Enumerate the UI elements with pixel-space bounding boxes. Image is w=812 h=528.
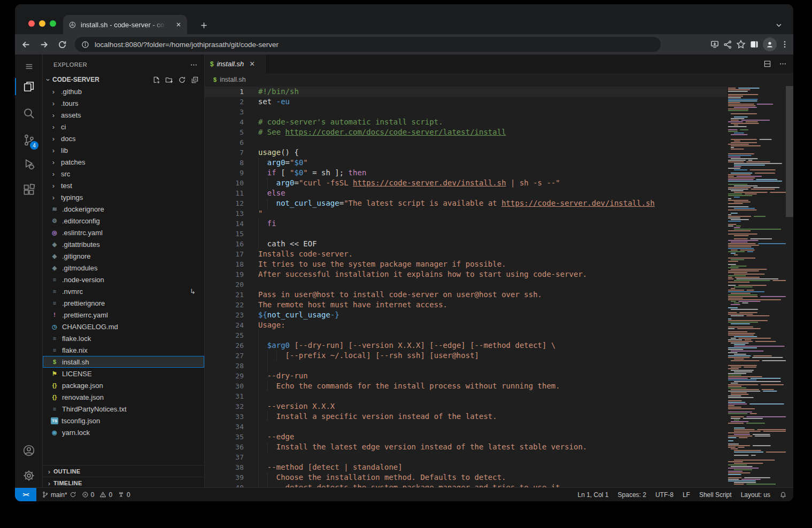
code-line-39[interactable]: 39 Choose the installation method. Defau… [205, 472, 727, 483]
tree-file-license[interactable]: ⚑LICENSE [43, 368, 204, 379]
source-control-view-icon[interactable]: 4 [15, 128, 43, 152]
editor-more-icon[interactable] [779, 60, 787, 68]
code-line-35[interactable]: 35 --edge [205, 432, 727, 442]
code-line-2[interactable]: 2set -eu [205, 97, 727, 107]
back-button[interactable] [18, 37, 33, 52]
tree-file--eslintrc-yaml[interactable]: ◎.eslintrc.yaml [43, 227, 204, 238]
code-line-20[interactable]: 20 [205, 279, 727, 290]
code-line-8[interactable]: 8 arg0="$0" [205, 158, 727, 168]
tree-file-changelog-md[interactable]: ◷CHANGELOG.md [43, 321, 204, 332]
editor-tab-install-sh[interactable]: $ install.sh ✕ [205, 55, 266, 73]
code-line-7[interactable]: 7usage() { [205, 147, 727, 158]
site-info-icon[interactable] [81, 41, 89, 49]
tree-folder--github[interactable]: ›.github [43, 86, 204, 97]
tree-file-thirdpartynotices-txt[interactable]: ≡ThirdPartyNotices.txt [43, 403, 204, 415]
tree-folder-test[interactable]: ›test [43, 180, 204, 191]
new-folder-icon[interactable] [165, 76, 173, 84]
code-line-22[interactable]: 22The remote host must have internet acc… [205, 300, 727, 310]
tree-file-flake-lock[interactable]: ≡flake.lock [43, 332, 204, 344]
encoding[interactable]: UTF-8 [655, 491, 674, 499]
code-line-3[interactable]: 3 [205, 107, 727, 117]
code-line-1[interactable]: 1#!/bin/sh [205, 87, 727, 97]
code-line-10[interactable]: 10 arg0="curl -fsSL https://code-server.… [205, 178, 727, 188]
tab-close-icon[interactable] [175, 21, 182, 28]
tree-file--gitmodules[interactable]: ◆.gitmodules [43, 262, 204, 274]
tree-file-yarn-lock[interactable]: ◉yarn.lock [43, 426, 204, 438]
maximize-window-button[interactable] [50, 20, 56, 27]
tree-folder-docs[interactable]: ›docs [43, 133, 204, 144]
code-line-14[interactable]: 14 fi [205, 219, 727, 229]
tree-folder-assets[interactable]: ›assets [43, 109, 204, 121]
tab-close-icon[interactable]: ✕ [249, 60, 255, 68]
code-line-5[interactable]: 5# See https://coder.com/docs/code-serve… [205, 127, 727, 137]
tree-folder-src[interactable]: ›src [43, 168, 204, 180]
tree-file--editorconfig[interactable]: ⚙.editorconfig [43, 215, 204, 227]
code-line-26[interactable]: 26 $arg0 [--dry-run] [--version X.X.X] [… [205, 340, 727, 351]
outline-section[interactable]: › OUTLINE [43, 465, 204, 477]
code-line-27[interactable]: 27 [--prefix ~/.local] [--rsh ssh] [user… [205, 351, 727, 361]
code-line-36[interactable]: 36 Install the latest edge version inste… [205, 442, 727, 452]
reload-button[interactable] [55, 37, 69, 52]
notifications-bell-icon[interactable] [779, 491, 787, 499]
collapse-all-icon[interactable] [191, 76, 199, 84]
run-debug-view-icon[interactable] [15, 152, 43, 176]
folder-section-header[interactable]: › CODE-SERVER [43, 74, 204, 86]
code-line-38[interactable]: 38 --method [detect | standalone] [205, 462, 727, 472]
code-line-4[interactable]: 4# code-server's automatic install scrip… [205, 117, 727, 127]
tree-file-flake-nix[interactable]: ≡flake.nix [43, 344, 204, 356]
tree-file-renovate-json[interactable]: {}renovate.json [43, 391, 204, 403]
new-tab-button[interactable] [197, 18, 211, 32]
tree-file-tsconfig-json[interactable]: TStsconfig.json [43, 415, 204, 426]
remote-indicator[interactable]: >< [15, 488, 36, 501]
tree-file-install-sh[interactable]: $install.sh [43, 356, 204, 368]
tree-file--nvmrc[interactable]: ≡.nvmrc↳ [43, 285, 204, 297]
code-line-13[interactable]: 13" [205, 208, 727, 219]
tree-folder-ci[interactable]: ›ci [43, 121, 204, 133]
tree-folder-lib[interactable]: ›lib [43, 144, 204, 156]
new-file-icon[interactable] [152, 76, 160, 84]
tree-file--prettierignore[interactable]: ≡.prettierignore [43, 297, 204, 309]
minimap[interactable] [727, 87, 786, 487]
code-line-12[interactable]: 12 not_curl_usage="The latest script is … [205, 198, 727, 208]
code-line-16[interactable]: 16 cath << EOF [205, 239, 727, 249]
code-line-24[interactable]: 24Usage: [205, 320, 727, 330]
code-line-37[interactable]: 37 [205, 452, 727, 462]
split-editor-icon[interactable] [763, 60, 771, 68]
branch-indicator[interactable]: main* [42, 491, 76, 499]
code-line-32[interactable]: 32 --version X.X.X [205, 401, 727, 411]
code-line-29[interactable]: 29 --dry-run [205, 371, 727, 381]
eol[interactable]: LF [683, 491, 690, 499]
tree-file--gitattributes[interactable]: ◆.gitattributes [43, 238, 204, 250]
code-line-28[interactable]: 28 [205, 361, 727, 371]
language-mode[interactable]: Shell Script [699, 491, 732, 499]
account-icon[interactable] [15, 439, 43, 462]
tab-search-chevron-icon[interactable] [772, 18, 786, 32]
bookmark-star-icon[interactable] [736, 40, 746, 49]
problems-indicator[interactable]: 0 0 [82, 491, 112, 499]
refresh-icon[interactable] [178, 76, 186, 84]
tree-file-package-json[interactable]: {}package.json [43, 379, 204, 391]
code-editor[interactable]: 1#!/bin/sh2set -eu34# code-server's auto… [205, 86, 727, 487]
code-line-25[interactable]: 25 [205, 330, 727, 340]
tree-folder-patches[interactable]: ›patches [43, 156, 204, 168]
editor-scrollbar[interactable] [786, 86, 793, 217]
search-view-icon[interactable] [15, 102, 43, 125]
code-line-19[interactable]: 19After successful installation it expla… [205, 269, 727, 279]
code-line-34[interactable]: 34 [205, 422, 727, 432]
share-icon[interactable] [723, 40, 732, 49]
install-app-icon[interactable] [710, 40, 720, 49]
extensions-view-icon[interactable] [15, 178, 43, 201]
tree-file--node-version[interactable]: ≡.node-version [43, 274, 204, 285]
breadcrumb[interactable]: $ install.sh [205, 73, 793, 86]
tree-folder-typings[interactable]: ›typings [43, 191, 204, 203]
code-line-6[interactable]: 6 [205, 137, 727, 147]
code-line-33[interactable]: 33 Install a specific version instead of… [205, 411, 727, 422]
tree-folder--tours[interactable]: ›.tours [43, 97, 204, 109]
side-panel-icon[interactable] [749, 40, 759, 49]
tree-file--gitignore[interactable]: ◆.gitignore [43, 250, 204, 262]
code-line-11[interactable]: 11 else [205, 188, 727, 198]
code-line-21[interactable]: 21Pass in user@host to install code-serv… [205, 290, 727, 300]
profile-avatar[interactable] [763, 37, 777, 51]
code-line-23[interactable]: 23${not_curl_usage-} [205, 310, 727, 320]
settings-gear-icon[interactable] [15, 464, 43, 487]
